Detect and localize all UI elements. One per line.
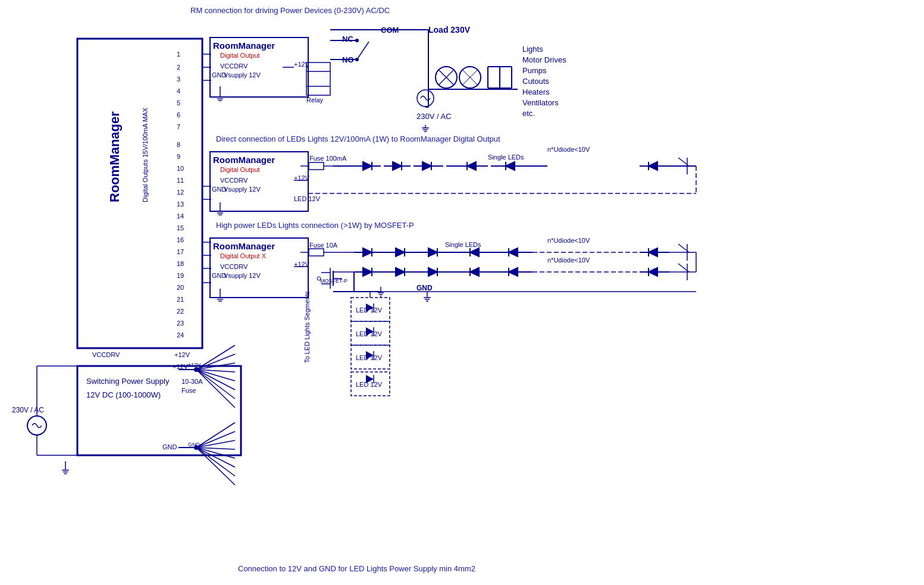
svg-point-43 [355, 58, 359, 61]
room3-digital-output: Digital Output X [220, 252, 267, 259]
room1-title: RoomManager [213, 40, 275, 51]
led12v-seg4: LED 12V [356, 381, 383, 388]
nudiode-2: n*Udiode<10V [547, 237, 590, 244]
svg-text:11: 11 [177, 177, 184, 184]
svg-point-44 [355, 39, 359, 42]
heaters-label: Heaters [522, 87, 550, 96]
230v-ac-label1: 230V / AC [416, 112, 452, 121]
svg-text:9: 9 [177, 153, 180, 160]
load-230v: Load 230V [428, 25, 471, 35]
psu-gnd: GND [162, 443, 177, 451]
led12v-label-sec2: LED 12V [294, 195, 321, 202]
room1-vccdrv: VCCDRV [220, 62, 248, 70]
room3-title: RoomManager [213, 241, 275, 251]
motor-drives-label: Motor Drives [522, 55, 566, 64]
gnd-section3: GND [416, 284, 433, 292]
cutouts-label: Cutouts [522, 77, 549, 86]
nc-label: NC [342, 35, 353, 43]
room2-title: RoomManager [213, 155, 275, 165]
room2-vsupply: Vsupply 12V [224, 186, 261, 193]
svg-text:7: 7 [177, 123, 180, 130]
svg-text:14: 14 [177, 212, 184, 220]
svg-text:3: 3 [177, 76, 180, 83]
svg-text:17: 17 [177, 248, 184, 255]
room2-digital-output: Digital Output [220, 166, 260, 173]
svg-text:15: 15 [177, 224, 184, 232]
psu-fuse: Fuse [181, 387, 196, 394]
svg-text:12: 12 [177, 189, 184, 196]
room1-plus12v: +12V [294, 61, 310, 68]
schematic-container: RM connection for driving Power Devices … [0, 0, 924, 585]
svg-text:16: 16 [177, 236, 184, 243]
room2-vccdrv: VCCDRV [220, 177, 248, 184]
svg-text:13: 13 [177, 201, 184, 208]
gnd-small: GND [188, 442, 201, 448]
svg-text:10: 10 [177, 165, 184, 172]
etc-label: etc. [522, 109, 535, 118]
to-led-label: To LED Lights Segments [303, 290, 311, 363]
digital-outputs-label: Digital Outputs 15V/100mA MAX [142, 107, 149, 202]
nudiode-3: n*Udiode<10V [547, 256, 590, 264]
pumps-label: Pumps [522, 66, 547, 75]
vccdrv-label: VCCDRV [92, 351, 120, 358]
ventilators-label: Ventilators [522, 98, 559, 107]
svg-text:8: 8 [177, 141, 180, 148]
svg-text:1: 1 [177, 51, 180, 58]
svg-text:4: 4 [177, 87, 180, 95]
room3-vccdrv: VCCDRV [220, 263, 248, 270]
header2-text: Direct connection of LEDs Lights 12V/100… [216, 134, 500, 143]
single-leds-2: Single LEDs [445, 241, 481, 248]
svg-text:20: 20 [177, 284, 184, 291]
svg-text:22: 22 [177, 308, 184, 315]
plus12v-output: +12V [174, 351, 190, 358]
fuse-100ma: Fuse 100mA [309, 155, 347, 162]
svg-text:6: 6 [177, 111, 180, 118]
single-leds-1: Single LEDs [488, 154, 524, 161]
header1-text: RM connection for driving Power Devices … [190, 6, 390, 15]
header3-text: High power LEDs Lights connection (>1W) … [216, 221, 414, 230]
nudiode-1: n*Udiode<10V [547, 146, 590, 153]
svg-text:23: 23 [177, 320, 184, 327]
plus12v-small: +12V [188, 362, 201, 368]
psu-10-30a: 10-30A [181, 378, 203, 385]
psu-12vdc: 12V DC (100-1000W) [86, 390, 161, 399]
psu-title: Switching Power Supply [86, 377, 170, 386]
fuse-10a: Fuse 10A [309, 242, 338, 249]
footer-text: Connection to 12V and GND for LED Lights… [238, 564, 475, 573]
relay-label: Relay [306, 96, 324, 104]
svg-text:21: 21 [177, 296, 184, 303]
lights-label: Lights [522, 45, 543, 54]
svg-text:19: 19 [177, 272, 184, 279]
roommanager-main-label: RoomManager [107, 111, 122, 202]
230v-ac-label2: 230V / AC [12, 406, 44, 414]
svg-text:2: 2 [177, 64, 180, 71]
svg-text:24: 24 [177, 331, 184, 339]
room1-digital-output: Digital Output [220, 52, 260, 59]
svg-rect-0 [0, 0, 924, 585]
svg-text:5: 5 [177, 99, 180, 107]
room1-vsupply: Vsupply 12V [224, 71, 261, 79]
svg-point-230 [194, 367, 199, 372]
room3-vsupply: Vsupply 12V [224, 272, 261, 279]
svg-text:18: 18 [177, 260, 184, 267]
